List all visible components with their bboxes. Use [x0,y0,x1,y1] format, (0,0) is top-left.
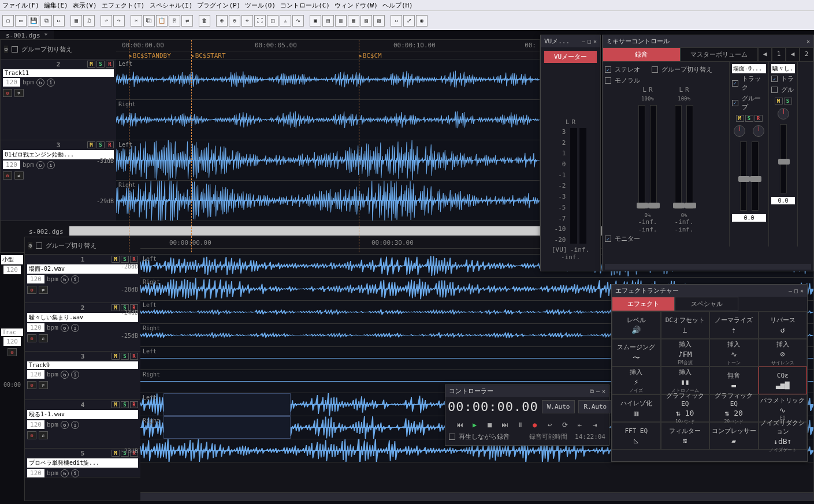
playhead-1a[interactable] [129,40,129,252]
fx-cell[interactable]: 挿入∿トーン [709,339,759,367]
fx-title-bar[interactable]: エフェクトランチャー —□✕ [612,285,807,297]
fx-cell[interactable]: レベル🔊 [612,311,661,339]
waveform-row[interactable]: Left [116,59,540,100]
fx-max-icon[interactable]: □ [794,288,798,294]
rewind-icon[interactable]: ⏮ [454,420,466,430]
refresh-icon[interactable]: ↻ [36,79,44,87]
menu-item[interactable]: ファイル(F) [2,1,39,9]
panel1-icon[interactable]: ▣ [310,15,321,27]
track-name-input[interactable]: プロペラ単発機edit旋... [27,458,138,468]
mute-button[interactable]: M [111,256,120,263]
track-fx-icon[interactable]: ⚙ [27,334,36,342]
track-routing-icon[interactable]: ⇄ [39,431,48,439]
monitor-checkbox[interactable]: ✓ [605,236,611,242]
panel6-icon[interactable]: ▨ [373,15,385,27]
fx-cell[interactable]: ハイレゾ化▥ [612,394,661,422]
cut-icon[interactable]: ✂ [131,15,142,27]
solo-button[interactable]: S [121,401,129,408]
mixer-tab-master[interactable]: マスターボリューム [681,47,759,62]
trk2-mute[interactable]: M [775,98,783,104]
refresh-icon[interactable]: ↻ [61,324,69,332]
group-toggle-checkbox-1[interactable] [12,46,18,53]
tool2-icon[interactable]: ⤢ [403,15,415,27]
fx-cell[interactable]: 無音▬ [709,367,759,394]
solo-button[interactable]: S [96,61,105,68]
track-name-input[interactable]: Track9 [27,361,138,369]
waveform-row[interactable]: Right [116,100,540,140]
pause-icon[interactable]: ⏸ [514,420,526,430]
track-fx-icon[interactable]: ⚙ [3,171,12,180]
mixer-tab-2[interactable]: 2 [800,47,813,62]
mixer-tab-record[interactable]: 録音 [603,47,681,62]
mix-icon[interactable]: ⇄ [181,15,193,27]
rec-arm-button[interactable]: R [130,353,138,360]
marker-icon[interactable]: ✮ [280,15,291,27]
fader-rec-l[interactable] [638,105,645,209]
w-auto-button[interactable]: W.Auto [542,400,575,413]
fader-master-r[interactable] [686,105,693,209]
waveform-row[interactable]: Right-29dB [116,181,540,221]
playhead-1c[interactable] [359,40,359,252]
redo-icon[interactable]: ↷ [113,15,125,27]
copy-icon[interactable]: ⿻ [143,15,155,27]
trk1-rec[interactable]: R [754,115,763,122]
zoom-fit-icon[interactable]: ⛶ [254,15,266,27]
fx-cell[interactable]: ノイズリダクション⇣dB⇡ノイズゲート [759,422,808,450]
mixer-title-bar[interactable]: ミキサーコントロール ✕ [603,35,813,47]
trk2-pan-l[interactable] [778,108,789,120]
music-icon[interactable]: ♫ [83,15,95,27]
refresh-icon[interactable]: ↻ [61,469,69,477]
fx-tab-special[interactable]: スペシャル [675,297,738,311]
paste-icon[interactable]: 📋 [156,15,168,27]
fader-trk1-l[interactable] [740,141,747,211]
bpm-input[interactable]: 120 [27,275,44,283]
undo-icon[interactable]: ↶ [101,15,112,27]
trk1-mute[interactable]: M [736,115,744,122]
fader-master-l[interactable] [675,105,682,209]
menu-item[interactable]: ウィンドウ(W) [334,1,378,9]
loop-icon[interactable]: ⟳ [559,420,571,430]
stop-icon[interactable]: ■ [484,420,496,430]
panel5-icon[interactable]: ▧ [360,15,372,27]
fx-cell[interactable]: フィルター≋ [661,422,710,450]
fader-trk1-r[interactable] [752,141,759,211]
rec-arm-button[interactable]: R [106,61,114,68]
fx-cell[interactable]: スムージング〜 [612,339,661,367]
trk2-value[interactable]: 0.0 [771,197,795,204]
menu-item[interactable]: スペシャル(I) [150,1,193,9]
track-name-input[interactable]: 殴る1-1.wav [27,410,138,419]
track-name-input[interactable]: Track11 [3,69,114,77]
mixer-tab-1[interactable]: 1 [772,47,786,62]
track-routing-icon[interactable]: ⇄ [14,171,24,180]
refresh-icon[interactable]: ↻ [61,421,69,429]
open-file-icon[interactable]: ▭ [15,15,27,27]
fx-cell[interactable]: グラフィックEQ⇅ 1010バンド [661,394,710,422]
skip-fwd-icon[interactable]: ⇥ [589,420,601,430]
info-icon[interactable]: i [71,275,79,283]
marker[interactable]: BC$STANDBY [129,52,171,59]
rec-arm-button[interactable]: R [130,256,138,263]
fx-close-icon[interactable]: ✕ [800,288,804,294]
fx-tab-effect[interactable]: エフェクト [612,297,675,311]
solo-button[interactable]: S [121,256,129,263]
ctrl-min-icon[interactable]: — [596,388,600,395]
time-ruler-1[interactable]: 00:00:00.00 00:00:05.00 00:00:10.00 00: [116,40,540,51]
track-fx-icon[interactable]: ⚙ [27,286,36,294]
zoom-in-icon[interactable]: ⊕ [216,15,228,27]
group-toggle-checkbox-2[interactable] [36,242,42,249]
fx-cell[interactable]: グラフィックEQ⇅ 2020バンド [709,394,759,422]
zoom-out-icon[interactable]: ⊖ [229,15,240,27]
refresh-icon[interactable]: ↻ [61,275,69,283]
trk1-solo[interactable]: S [745,115,753,122]
bpm-input[interactable]: 120 [27,469,44,477]
new-file-icon[interactable]: ▢ [2,15,14,27]
controller-title-bar[interactable]: コントローラー ⧉—✕ [445,385,609,397]
panel2-icon[interactable]: ▤ [322,15,334,27]
trk2-group-chk[interactable] [771,87,778,93]
track-fx-icon[interactable]: ⚙ [27,431,36,439]
panel4-icon[interactable]: ▦ [348,15,359,27]
marker[interactable]: BC$CM [359,52,382,59]
vu-min-icon[interactable]: — [582,38,585,44]
save-icon[interactable]: 💾 [28,15,39,27]
trk1-pan-r[interactable] [753,125,764,137]
